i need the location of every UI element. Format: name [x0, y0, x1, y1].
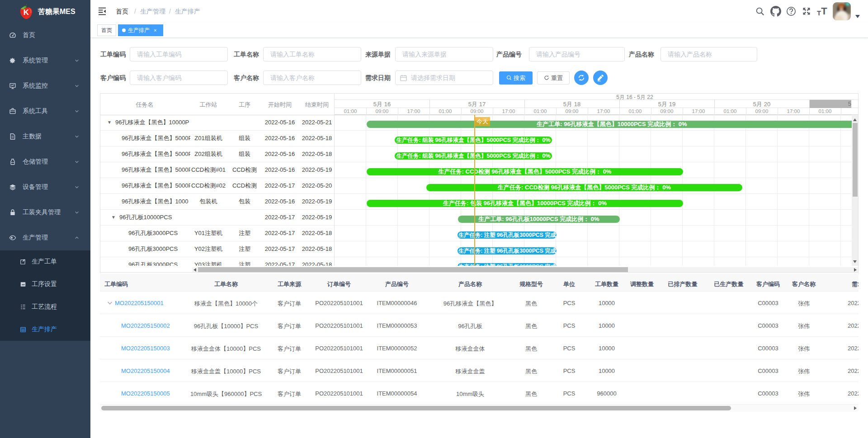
svg-text:K: K — [24, 8, 29, 17]
